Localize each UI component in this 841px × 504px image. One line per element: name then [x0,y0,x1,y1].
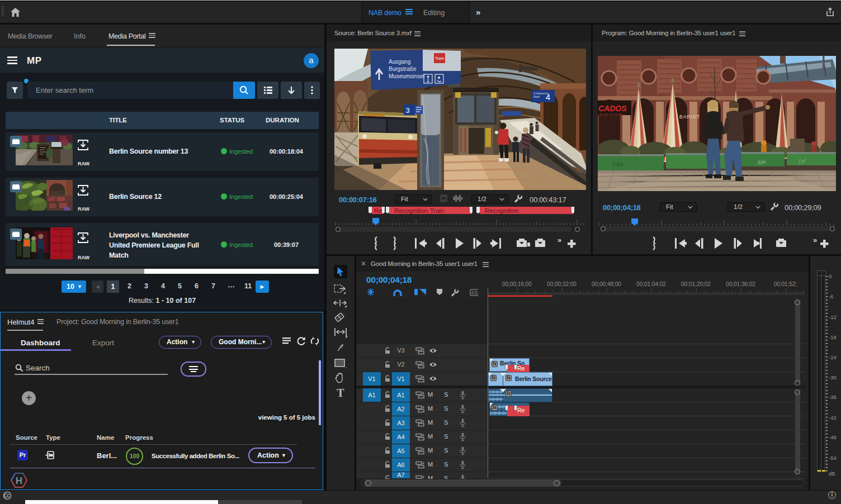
svg-text:Ausgang: Ausgang [389,59,410,65]
svg-text:ƒα!: ƒα! [798,158,806,164]
svg-text:PſĺA: PſĺA [612,161,623,168]
svg-text:Recognition: Recognition [485,207,519,214]
svg-text:»: » [557,236,561,244]
svg-text:00;01;20;02: 00;01;20;02 [681,281,711,287]
svg-text:00;01;36;02: 00;01;36;02 [726,281,755,287]
svg-text:00;00;32;00: 00;00;32;00 [547,281,577,287]
svg-text:R U 5 - K U H H t: R U 5 - K U H H t [599,113,623,116]
svg-text:00;00;16;00: 00;00;16;00 [502,281,532,287]
svg-text:tοf•: tοf• [758,159,766,165]
svg-text:BARIST: BARIST [679,114,700,120]
svg-text:»: » [813,236,817,244]
svg-text:00;01;52;: 00;01;52; [774,281,797,287]
svg-text:CC: CC [471,290,478,296]
svg-text:Tram: Tram [435,56,444,60]
svg-text:S Hackescher: S Hackescher [533,92,550,95]
svg-text:00;00;48;00: 00;00;48;00 [592,281,621,287]
svg-text:3: 3 [405,106,409,115]
svg-text:Re: Re [374,207,382,214]
svg-text:Markt: Markt [533,96,540,98]
svg-text:T: T [337,388,344,399]
svg-text:Recognition Train: Recognition Train [394,207,445,214]
svg-text:Burgstraße: Burgstraße [389,66,417,72]
svg-text:Museumsinsel: Museumsinsel [389,73,424,79]
svg-text:CADOS: CADOS [598,104,627,113]
svg-text:00;01;04;02: 00;01;04;02 [636,281,666,287]
svg-text:H: H [16,476,22,486]
